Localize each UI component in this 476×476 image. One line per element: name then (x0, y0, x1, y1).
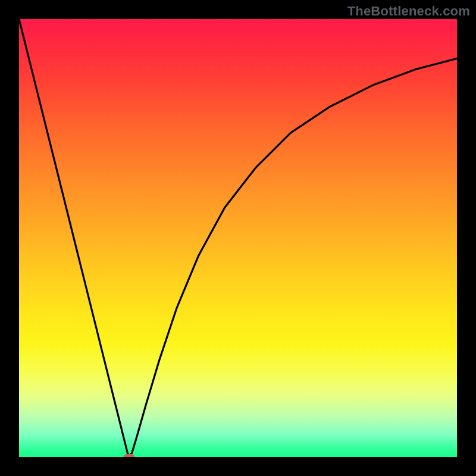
minimum-marker (124, 454, 134, 458)
plot-area (19, 19, 457, 457)
chart-frame: TheBottleneck.com (0, 0, 476, 476)
bottleneck-curve (19, 19, 457, 457)
watermark-text: TheBottleneck.com (347, 4, 470, 19)
